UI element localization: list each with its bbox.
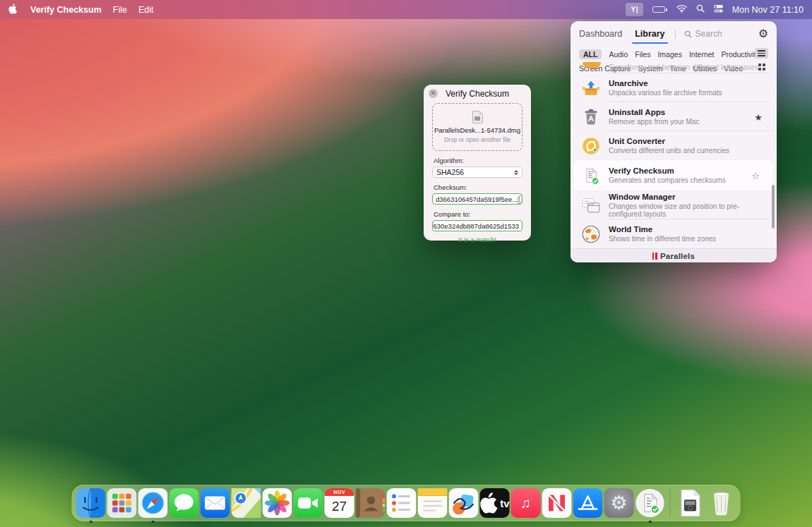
menu-file[interactable]: File (113, 5, 127, 15)
panel-scrollbar[interactable] (772, 185, 775, 229)
dock-item-launchpad[interactable] (107, 488, 137, 518)
tool-row-verify-checksum[interactable]: Verify Checksum Generates and compares c… (573, 160, 774, 190)
checksum-value: d3663106457da5919f5ee... (436, 195, 518, 203)
parallels-logo-text: Parallels (660, 252, 695, 260)
tool-row-world-time[interactable]: World Time Shows time in different time … (571, 219, 777, 248)
panel-footer: Parallels (571, 248, 777, 262)
calendar-month-label: NOV (325, 488, 354, 496)
dock-item-app-store[interactable] (573, 488, 603, 518)
dock-item-photos[interactable] (263, 488, 292, 518)
dock-item-dmg-document[interactable] (676, 488, 705, 518)
tool-description: Unpacks various file archive formats (609, 89, 722, 97)
tool-row-unarchive[interactable]: Unarchive Unpacks various file archive f… (571, 73, 777, 102)
spotlight-search-icon[interactable] (696, 4, 705, 15)
apple-menu-icon[interactable] (8, 4, 18, 16)
favorite-star-outline-icon[interactable]: ☆ (751, 170, 760, 181)
parallels-logo-icon (652, 253, 657, 260)
news-icon (542, 488, 572, 518)
category-productivity[interactable]: Productivity (722, 50, 760, 59)
dock-item-contacts[interactable] (356, 488, 386, 518)
control-center-icon[interactable] (714, 5, 723, 15)
gear-icon[interactable]: ⚙ (758, 28, 768, 40)
file-drop-area[interactable]: ParallelsDesk...1-54734.dmg Drop or open… (432, 103, 523, 151)
unit-converter-icon (580, 135, 602, 157)
wifi-icon[interactable] (676, 4, 687, 15)
list-view-button[interactable] (755, 48, 768, 59)
safari-icon (138, 488, 168, 518)
checksum-field[interactable]: d3663106457da5919f5ee... (432, 193, 523, 205)
parallels-toolbox-panel: Dashboard Library Search ⚙ ALL Audio Fil… (571, 21, 777, 262)
dock-item-maps[interactable] (232, 488, 261, 518)
parallels-toolbox-menu-icon[interactable]: Y| (626, 3, 643, 16)
algorithm-label: Algorithm: (434, 157, 521, 164)
dock-item-messages[interactable] (169, 488, 199, 518)
dock-item-facetime[interactable] (294, 488, 323, 518)
tool-description: Converts different units and currencies (609, 147, 729, 155)
menu-edit[interactable]: Edit (138, 5, 154, 15)
tool-row-partial[interactable]: Transforms text between different letter… (571, 62, 777, 73)
verify-checksum-window: ✕ Verify Checksum ParallelsDesk...1-5473… (424, 85, 531, 241)
tool-description: Changes window size and position to pre-… (609, 202, 747, 218)
search-field[interactable]: Search (684, 29, 722, 39)
dock-item-notes[interactable] (418, 488, 448, 518)
verify-checksum-app-icon (635, 488, 665, 518)
tool-row-unit-converter[interactable]: Unit Converter Converts different units … (571, 131, 777, 160)
favorite-star-filled-icon[interactable]: ★ (754, 111, 763, 122)
close-button[interactable]: ✕ (429, 89, 438, 98)
algorithm-value: SHA256 (436, 168, 464, 176)
dock-item-system-settings[interactable]: ⚙ (604, 488, 634, 518)
window-titlebar: ✕ Verify Checksum (424, 85, 531, 102)
tv-label: tv (500, 497, 509, 509)
photos-icon (263, 488, 292, 518)
mail-icon (201, 488, 230, 518)
match-status-text: It is a match! (424, 236, 531, 243)
trash-icon (707, 488, 736, 518)
category-all[interactable]: ALL (579, 49, 602, 59)
dock-item-trash[interactable] (707, 488, 736, 518)
dock-item-finder[interactable] (76, 488, 106, 518)
dock-item-calendar[interactable]: NOV 27 (325, 488, 354, 518)
compare-to-value: 1f630e324db887da8625d1533 (432, 222, 519, 230)
desktop-wallpaper: Verify Checksum File Edit Y| Mon Nov 27 … (0, 0, 812, 527)
dmg-document-icon (676, 488, 705, 518)
menu-bar: Verify Checksum File Edit Y| Mon Nov 27 … (0, 0, 812, 19)
active-app-name[interactable]: Verify Checksum (30, 5, 102, 15)
dock-item-verify-checksum[interactable] (635, 488, 665, 518)
unarchive-icon (580, 78, 602, 99)
battery-icon[interactable] (652, 6, 667, 13)
copy-icon[interactable] (518, 195, 523, 202)
dock-item-music[interactable]: ♫ (511, 488, 541, 518)
maps-icon (232, 488, 261, 518)
algorithm-select[interactable]: SHA256 (432, 166, 523, 178)
dock-item-tv[interactable]: tv (480, 488, 510, 518)
launchpad-icon (107, 488, 137, 518)
dock-item-safari[interactable] (138, 488, 168, 518)
dock-item-reminders[interactable] (387, 488, 417, 518)
select-chevrons-icon (514, 170, 518, 175)
compare-to-field[interactable]: 1f630e324db887da8625d1533 (432, 220, 523, 231)
category-files[interactable]: Files (635, 50, 650, 59)
compare-to-label: Compare to: (434, 210, 521, 218)
tool-row-window-manager[interactable]: Window Manager Changes window size and p… (571, 190, 777, 219)
category-images[interactable]: Images (657, 50, 681, 59)
dock-item-mail[interactable] (201, 488, 230, 518)
world-time-icon (580, 224, 602, 245)
window-title: Verify Checksum (424, 89, 531, 99)
app-store-icon (573, 488, 603, 518)
tool-description: Shows time in different time zones (609, 235, 716, 243)
dock-item-news[interactable] (542, 488, 572, 518)
tab-dashboard[interactable]: Dashboard (579, 29, 622, 39)
menu-bar-clock[interactable]: Mon Nov 27 11:10 (732, 5, 804, 15)
tool-row-uninstall-apps[interactable]: Uninstall Apps Remove apps from your Mac… (571, 102, 777, 131)
contacts-icon (356, 488, 386, 518)
checksum-label: Checksum: (434, 183, 521, 191)
messages-icon (169, 488, 199, 518)
tool-name: Window Manager (609, 193, 747, 201)
dock-separator (670, 489, 671, 517)
tab-library[interactable]: Library (635, 29, 664, 39)
tool-name: Unarchive (609, 79, 722, 87)
tool-name: Unit Converter (609, 137, 729, 145)
dock-item-freeform[interactable] (449, 488, 479, 518)
category-internet[interactable]: Internet (689, 50, 715, 59)
category-audio[interactable]: Audio (609, 50, 628, 59)
